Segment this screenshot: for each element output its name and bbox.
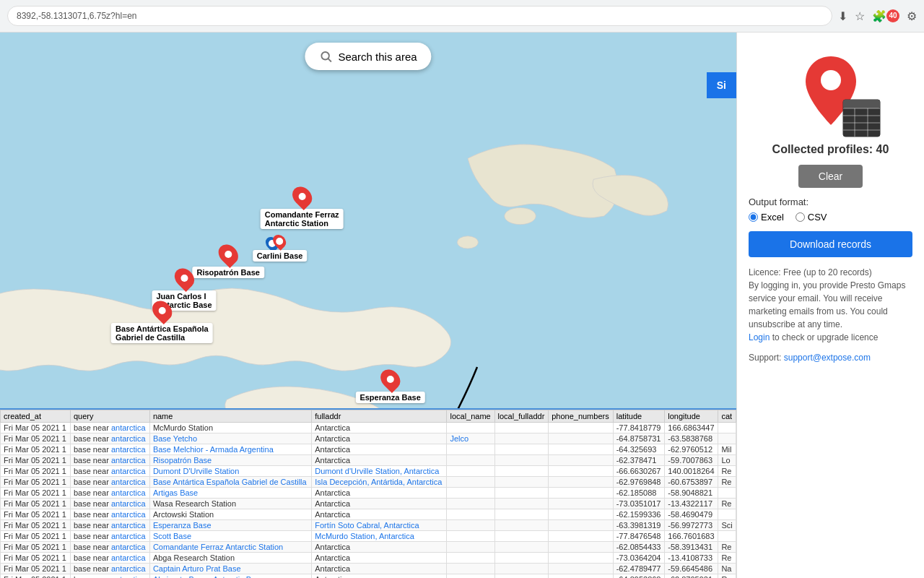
licence-body: Licence: Free (up to 20 records)By loggi… xyxy=(749,267,905,329)
login-suffix: to check or upgrade licence xyxy=(770,332,878,342)
table-row: Fri Mar 05 2021 1base near antarcticaCom… xyxy=(1,542,736,553)
query-link[interactable]: antarctica xyxy=(111,456,146,465)
query-link[interactable]: antarctica xyxy=(111,445,146,454)
login-link[interactable]: Login xyxy=(749,332,770,342)
address-text: 8392,-58.1313071,6.75z?hl=en xyxy=(17,11,136,21)
table-header-row: created_at query name fulladdr local_nam… xyxy=(1,410,736,423)
col-query: query xyxy=(70,410,149,423)
marker-gabriel[interactable]: Base Antártica EspañolaGabriel de Castil… xyxy=(111,300,213,343)
star-icon[interactable]: ☆ xyxy=(855,9,865,23)
pin-icon xyxy=(376,366,404,393)
name-link[interactable]: Artigas Base xyxy=(153,488,198,497)
query-link[interactable]: antarctica xyxy=(111,575,146,578)
name-link[interactable]: Captain Arturo Prat Base xyxy=(153,564,241,573)
download-icon[interactable]: ⬇ xyxy=(838,9,847,23)
radio-group: Excel CSV xyxy=(749,212,912,223)
search-button-label: Search this area xyxy=(338,51,417,63)
col-fulladdr: fulladdr xyxy=(312,410,447,423)
name-link[interactable]: Almirante Brown Antarctic Base xyxy=(153,575,264,578)
data-table-container[interactable]: created_at query name fulladdr local_nam… xyxy=(0,408,736,578)
csv-option[interactable]: CSV xyxy=(796,212,827,223)
pin-icon xyxy=(170,264,198,292)
query-link[interactable]: antarctica xyxy=(111,510,146,519)
query-link[interactable]: antarctica xyxy=(111,543,146,551)
query-link[interactable]: antarctica xyxy=(111,553,146,562)
clear-button[interactable]: Clear xyxy=(798,165,863,188)
col-longitude: longitude xyxy=(665,410,718,423)
col-name: name xyxy=(149,410,311,423)
main-content: Search this area Comandante FerrazAntarc… xyxy=(0,33,924,578)
addr-link[interactable]: Dumont d'Urville Station, Antarctica xyxy=(315,467,439,475)
table-icon xyxy=(842,98,881,138)
support-label: Support: xyxy=(749,353,784,363)
marker-label: Esperanza Base xyxy=(355,392,424,403)
name-link[interactable]: Dumont D'Urville Station xyxy=(153,467,239,475)
query-link[interactable]: antarctica xyxy=(111,423,146,432)
table-body: Fri Mar 05 2021 1base near antarcticaMcM… xyxy=(1,423,736,579)
table-row: Fri Mar 05 2021 1base near antarcticaArc… xyxy=(1,509,736,520)
panel-icons xyxy=(798,53,863,134)
excel-option[interactable]: Excel xyxy=(749,212,784,223)
name-link[interactable]: Scott Base xyxy=(153,532,191,540)
name-link[interactable]: Base Antártica Española Gabriel de Casti… xyxy=(153,478,307,486)
addr-link[interactable]: McMurdo Station, Antarctica xyxy=(315,532,414,540)
settings-icon[interactable]: ⚙ xyxy=(907,9,917,23)
query-link[interactable]: antarctica xyxy=(111,532,146,540)
excel-radio[interactable] xyxy=(749,212,758,222)
col-latitude: latitude xyxy=(613,410,665,423)
name-link[interactable]: Esperanza Base xyxy=(153,521,212,530)
marker-label: Base Antártica EspañolaGabriel de Castil… xyxy=(111,323,213,343)
query-link[interactable]: antarctica xyxy=(111,564,146,573)
table-row: Fri Mar 05 2021 1base near antarcticaEsp… xyxy=(1,520,736,531)
table-row: Fri Mar 05 2021 1base near antarcticaWas… xyxy=(1,499,736,509)
table-row: Fri Mar 05 2021 1base near antarcticaRis… xyxy=(1,455,736,466)
support-email-link[interactable]: support@extpose.com xyxy=(784,353,871,363)
licence-text: Licence: Free (up to 20 records)By loggi… xyxy=(749,266,912,344)
query-link[interactable]: antarctica xyxy=(111,499,146,508)
name-link[interactable]: Base Yetcho xyxy=(153,434,197,443)
browser-icons: ⬇ ☆ 🧩 40 ⚙ xyxy=(838,9,917,23)
right-panel: Collected profiles: 40 Clear Output form… xyxy=(736,33,924,578)
table-row: Fri Mar 05 2021 1base near antarcticaBas… xyxy=(1,434,736,444)
svg-point-4 xyxy=(457,236,478,249)
search-icon xyxy=(319,50,332,63)
pin-icon xyxy=(214,241,242,268)
col-phone: phone_numbers xyxy=(549,410,614,423)
map-area[interactable]: Search this area Comandante FerrazAntarc… xyxy=(0,33,736,578)
svg-point-3 xyxy=(505,207,536,224)
browser-bar: 8392,-58.1313071,6.75z?hl=en ⬇ ☆ 🧩 40 ⚙ xyxy=(0,0,924,33)
name-link[interactable]: Base Melchior - Armada Argentina xyxy=(153,445,274,454)
puzzle-icon[interactable]: 🧩 xyxy=(872,9,886,23)
marker-label: Comandante FerrazAntarctic Station xyxy=(261,209,344,229)
table-row: Fri Mar 05 2021 1base near antarcticaBas… xyxy=(1,477,736,488)
query-link[interactable]: antarctica xyxy=(111,478,146,486)
query-link[interactable]: antarctica xyxy=(111,467,146,475)
marker-esperanza[interactable]: Esperanza Base xyxy=(355,368,424,403)
address-bar[interactable]: 8392,-58.1313071,6.75z?hl=en xyxy=(7,6,832,26)
marker-comandante-ferraz[interactable]: Comandante FerrazAntarctic Station xyxy=(261,186,344,229)
addr-link[interactable]: Isla Decepción, Antártida, Antarctica xyxy=(315,478,442,486)
svg-point-6 xyxy=(821,70,841,90)
download-records-button[interactable]: Download records xyxy=(749,231,912,257)
name-link[interactable]: Comandante Ferraz Antarctic Station xyxy=(153,543,283,551)
svg-rect-8 xyxy=(843,100,880,108)
addr-link[interactable]: Fortín Soto Cabral, Antarctica xyxy=(315,521,419,530)
table-row: Fri Mar 05 2021 1base near antarcticaAlm… xyxy=(1,574,736,579)
pin-icon xyxy=(288,183,315,210)
col-local-fulladdr: local_fulladdr xyxy=(494,410,549,423)
csv-radio[interactable] xyxy=(796,212,805,222)
signin-button[interactable]: Si xyxy=(707,72,736,98)
excel-label: Excel xyxy=(761,212,784,223)
extension-badge: 40 xyxy=(886,9,899,22)
csv-label: CSV xyxy=(808,212,827,223)
svg-line-1 xyxy=(328,59,331,61)
local-name-link[interactable]: Jelco xyxy=(450,434,468,443)
support-text: Support: support@extpose.com xyxy=(749,353,912,363)
name-link[interactable]: Risopatrón Base xyxy=(153,456,212,465)
col-cat: cat xyxy=(718,410,736,423)
query-link[interactable]: antarctica xyxy=(111,521,146,530)
search-this-area-button[interactable]: Search this area xyxy=(305,43,431,70)
query-link[interactable]: antarctica xyxy=(111,488,146,497)
table-row: Fri Mar 05 2021 1base near antarcticaMcM… xyxy=(1,423,736,434)
query-link[interactable]: antarctica xyxy=(111,434,146,443)
